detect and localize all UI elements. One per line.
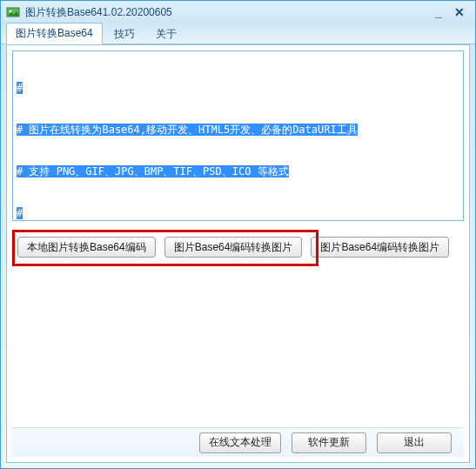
text-line: # 支持 PNG、GIF、JPG、BMP、TIF、PSD、ICO 等格式 bbox=[17, 165, 289, 178]
update-button[interactable]: 软件更新 bbox=[292, 432, 366, 453]
decode-to-image-button-1[interactable]: 图片Base64编码转换图片 bbox=[164, 237, 303, 258]
app-window: 图片转换Base641.02.20200605 _ ✕ 图片转换Base64 技… bbox=[0, 0, 476, 469]
client-area: # # 图片在线转换为Base64,移动开发、HTML5开发、必备的DataUR… bbox=[6, 44, 470, 463]
window-title: 图片转换Base641.02.20200605 bbox=[25, 5, 428, 20]
close-button[interactable]: ✕ bbox=[449, 4, 470, 20]
main-textarea[interactable]: # # 图片在线转换为Base64,移动开发、HTML5开发、必备的DataUR… bbox=[12, 50, 464, 221]
exit-button[interactable]: 退出 bbox=[377, 432, 452, 453]
text-container: # # 图片在线转换为Base64,移动开发、HTML5开发、必备的DataUR… bbox=[12, 50, 464, 221]
spacer bbox=[12, 271, 464, 427]
tab-bar: 图片转换Base64 技巧 关于 bbox=[1, 23, 475, 44]
app-icon bbox=[6, 5, 20, 19]
bottom-bar: 在线文本处理 软件更新 退出 bbox=[12, 427, 464, 457]
tab-tips[interactable]: 技巧 bbox=[104, 23, 144, 44]
online-text-button[interactable]: 在线文本处理 bbox=[199, 432, 281, 453]
encode-local-button[interactable]: 本地图片转换Base64编码 bbox=[17, 237, 156, 258]
text-line: # 图片在线转换为Base64,移动开发、HTML5开发、必备的DataURI工… bbox=[17, 124, 358, 136]
decode-to-image-button-2[interactable]: 图片Base64编码转换图片 bbox=[311, 237, 449, 258]
minimize-button[interactable]: _ bbox=[428, 4, 449, 20]
tab-main[interactable]: 图片转换Base64 bbox=[6, 23, 103, 44]
button-row-container: 本地图片转换Base64编码 图片Base64编码转换图片 图片Base64编码… bbox=[12, 233, 464, 271]
title-bar: 图片转换Base641.02.20200605 _ ✕ bbox=[1, 1, 475, 23]
text-line: # bbox=[17, 82, 23, 94]
text-line: # bbox=[17, 207, 23, 219]
tab-about[interactable]: 关于 bbox=[146, 23, 186, 44]
button-row: 本地图片转换Base64编码 图片Base64编码转换图片 图片Base64编码… bbox=[12, 233, 464, 261]
